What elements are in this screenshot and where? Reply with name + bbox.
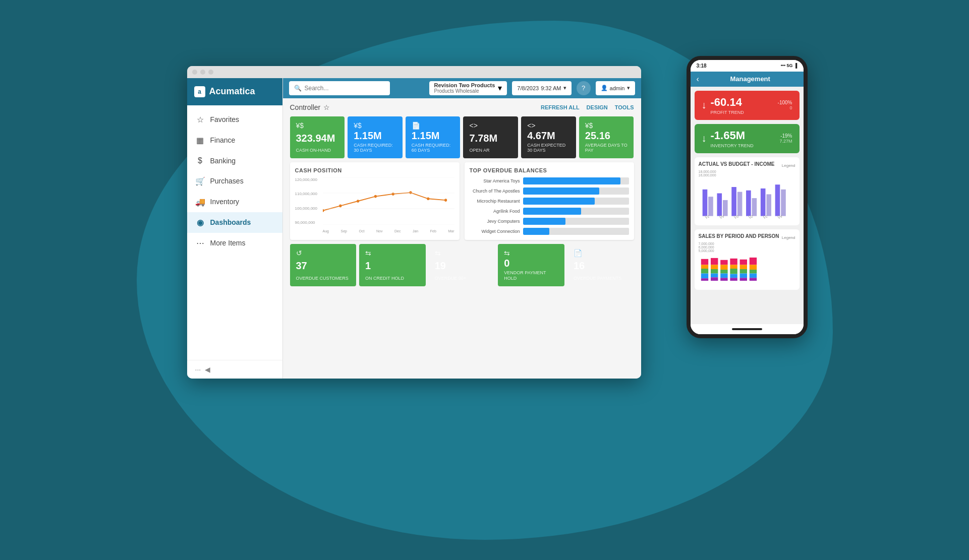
sidebar-item-more-items[interactable]: ⋯ More Items bbox=[187, 233, 282, 254]
chart-svg-area bbox=[323, 177, 454, 225]
sidebar-item-favorites[interactable]: ☆ Favorites bbox=[187, 109, 282, 130]
svg-rect-33 bbox=[701, 273, 708, 278]
svg-rect-35 bbox=[711, 258, 718, 264]
sidebar-item-dashboards[interactable]: ◉ Dashboards bbox=[187, 212, 282, 233]
svg-rect-54 bbox=[739, 278, 747, 281]
bar-track-4 bbox=[523, 208, 629, 215]
vendor-hold-label: VENDOR PAYMENT HOLD bbox=[504, 270, 558, 281]
phone-signal: ••• 5G ▐ bbox=[781, 63, 797, 68]
window-dot-2 bbox=[200, 70, 205, 75]
svg-rect-36 bbox=[711, 265, 718, 269]
phone-nav-title: Management bbox=[703, 75, 797, 83]
kpi-cash-expected[interactable]: <> 4.67M CASH EXPECTED 30 DAYS bbox=[521, 116, 576, 159]
tools-button[interactable]: TOOLS bbox=[615, 104, 634, 110]
svg-rect-20 bbox=[760, 188, 765, 216]
kpi-vendor-hold[interactable]: ⇆ 0 VENDOR PAYMENT HOLD bbox=[498, 244, 564, 286]
company-selector[interactable]: Revision Two Products Products Wholesale… bbox=[429, 81, 507, 95]
phone-chart-income: ACTUAL VS BUDGET - INCOME Legend 18,000,… bbox=[695, 157, 800, 225]
svg-rect-51 bbox=[739, 265, 747, 269]
income-chart-title: ACTUAL VS BUDGET - INCOME bbox=[699, 161, 775, 167]
svg-rect-12 bbox=[702, 189, 707, 216]
credit-hold-value: 1 bbox=[365, 261, 420, 271]
cash-position-chart: CASH POSITION 120,000,000 110,000,000 10… bbox=[290, 162, 460, 240]
date-selector[interactable]: 7/8/2023 9:32 AM ▾ bbox=[512, 81, 571, 95]
cash-on-hand-icon: ¥$ bbox=[296, 121, 339, 130]
overdue-customers-value: 37 bbox=[296, 261, 351, 271]
phone-back-button[interactable]: ‹ bbox=[697, 75, 699, 84]
sidebar-item-inventory[interactable]: 🚚 Inventory bbox=[187, 192, 282, 212]
kpi-open-ar[interactable]: <> 7.78M OPEN AR bbox=[463, 116, 518, 159]
avg-days-value: 25.16 bbox=[585, 131, 628, 141]
overdue-payments-label: OVERDUE PAYMENTS bbox=[574, 276, 628, 281]
phone-kpi-profit-right: -100% 0 bbox=[778, 100, 792, 110]
svg-point-6 bbox=[427, 198, 429, 201]
credit-hold-icon: ⇆ bbox=[365, 249, 420, 257]
cash-30-icon: ¥$ bbox=[354, 121, 396, 130]
sidebar: a Acumatica ☆ Favorites ▦ Finance $ bbox=[187, 78, 283, 379]
phone-kpi-inventory-values: -1.65M INVENTORY TREND bbox=[711, 129, 754, 148]
sidebar-item-banking[interactable]: $ Banking bbox=[187, 151, 282, 171]
x-label-mar: Mar bbox=[448, 229, 454, 233]
kpi-cash-required-60[interactable]: 📄 1.15M CASH REQUIRED: 60 DAYS bbox=[406, 116, 461, 159]
phone-kpi-inventory[interactable]: ↓ -1.65M INVENTORY TREND -19% 7.27M bbox=[695, 124, 800, 153]
cash-line-svg bbox=[323, 177, 454, 225]
kpi-overdue-payments[interactable]: 📄 16 OVERDUE PAYMENTS bbox=[567, 244, 634, 286]
logo-icon: a bbox=[194, 86, 205, 97]
bar-track-1 bbox=[523, 177, 629, 184]
collapse-button[interactable]: ◀ bbox=[205, 365, 210, 374]
overdue-90-label: OVERDUE 90+ bbox=[435, 276, 489, 281]
open-ar-value: 7.78M bbox=[469, 133, 512, 143]
search-box[interactable]: 🔍 bbox=[289, 81, 390, 95]
bar-track-3 bbox=[523, 198, 629, 205]
design-button[interactable]: DESIGN bbox=[587, 104, 608, 110]
kpi-cash-required-30[interactable]: ¥$ 1.15M CASH REQUIRED: 30 DAYS bbox=[348, 116, 403, 159]
x-label-aug: Aug bbox=[323, 229, 329, 233]
refresh-all-button[interactable]: REFRESH ALL bbox=[541, 104, 580, 110]
svg-rect-30 bbox=[701, 259, 708, 265]
date-chevron-icon: ▾ bbox=[563, 85, 566, 91]
phone-kpi-profit[interactable]: ↓ -60.14 PROFIT TREND -100% 0 bbox=[695, 91, 800, 120]
kpi-overdue-90[interactable]: ⇆ 19 OVERDUE 90+ bbox=[429, 244, 495, 286]
phone-chart-sales: SALES BY PERIOD AND PERSON Legend 7,000,… bbox=[695, 229, 800, 290]
sidebar-item-purchases[interactable]: 🛒 Purchases bbox=[187, 171, 282, 192]
kpi-cash-on-hand[interactable]: ¥$ 323.94M CASH ON-HAND bbox=[290, 116, 345, 159]
bar-fill-5 bbox=[523, 218, 565, 225]
company-chevron-icon: ▾ bbox=[498, 83, 502, 93]
cash-30-value: 1.15M bbox=[354, 131, 396, 141]
svg-point-0 bbox=[323, 209, 324, 212]
sidebar-item-finance[interactable]: ▦ Finance bbox=[187, 130, 282, 151]
bar-row-6: Widget Connection bbox=[470, 228, 629, 235]
search-input[interactable] bbox=[305, 85, 385, 92]
sidebar-item-label: Finance bbox=[210, 136, 236, 144]
sidebar-item-label: Banking bbox=[210, 157, 236, 165]
bar-fill-2 bbox=[523, 188, 599, 195]
kpi-overdue-customers[interactable]: ↺ 37 OVERDUE CUSTOMERS bbox=[290, 244, 357, 286]
phone-nav-bar: ‹ Management bbox=[691, 72, 804, 87]
svg-rect-58 bbox=[749, 273, 756, 278]
cash-60-label: CASH REQUIRED: 60 DAYS bbox=[412, 143, 454, 154]
help-button[interactable]: ? bbox=[577, 81, 591, 95]
profit-value: -60.14 bbox=[711, 96, 744, 109]
dots-button[interactable]: ··· bbox=[195, 365, 201, 374]
bar-track-6 bbox=[523, 228, 629, 235]
user-name: admin bbox=[610, 85, 625, 91]
svg-rect-18 bbox=[746, 190, 751, 216]
svg-rect-39 bbox=[711, 277, 718, 281]
svg-text:Q1: Q1 bbox=[763, 215, 767, 219]
cash-expected-icon: <> bbox=[527, 121, 570, 130]
profit-pct: -100% bbox=[778, 100, 792, 105]
user-menu[interactable]: 👤 admin ▾ bbox=[596, 81, 635, 95]
svg-rect-17 bbox=[737, 192, 742, 216]
x-label-feb: Feb bbox=[430, 229, 436, 233]
overdue-payments-icon: 📄 bbox=[574, 249, 628, 257]
kpi-credit-hold[interactable]: ⇆ 1 ON CREDIT HOLD bbox=[359, 244, 426, 286]
search-icon: 🔍 bbox=[294, 85, 302, 92]
phone-kpi-inventory-right: -19% 7.27M bbox=[779, 133, 792, 144]
finance-icon: ▦ bbox=[195, 136, 205, 145]
kpi-avg-days-pay[interactable]: ¥$ 25.16 AVERAGE DAYS TO PAY bbox=[579, 116, 634, 159]
svg-text:Q4: Q4 bbox=[719, 215, 724, 219]
sales-chart-svg bbox=[699, 254, 795, 284]
svg-text:Q2: Q2 bbox=[748, 215, 753, 219]
dashboard-actions: REFRESH ALL DESIGN TOOLS bbox=[541, 104, 634, 110]
app-logo: a Acumatica bbox=[187, 78, 282, 105]
